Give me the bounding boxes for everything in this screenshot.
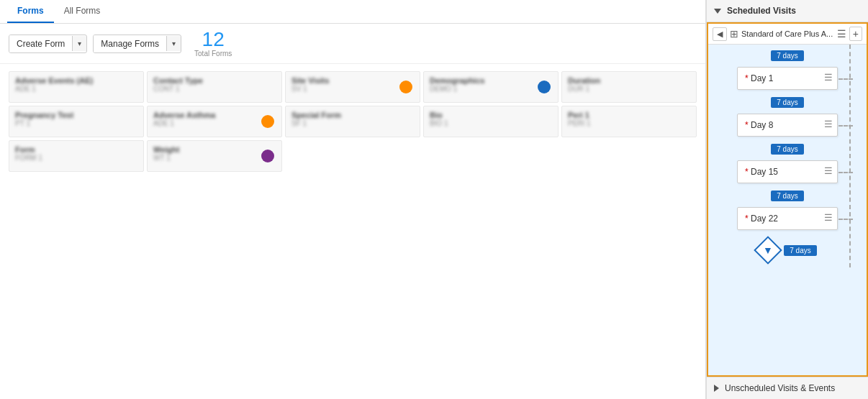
form-cell[interactable]: Adverse Events (AE) ADE 1 — [9, 71, 144, 103]
visit-card-day1[interactable]: ☰ * Day 1 — [737, 67, 838, 90]
form-name: Bio — [430, 111, 552, 119]
scheduled-visits-title: Scheduled Visits — [727, 6, 796, 16]
form-sub: WT 1 — [153, 154, 276, 162]
form-cell[interactable]: Demographics DEMO 1 — [423, 71, 559, 103]
toolbar: Create Form ▾ Manage Forms ▾ 12 Total Fo… — [0, 24, 705, 64]
status-dot-orange2 — [261, 115, 274, 128]
form-sub: SF 1 — [291, 119, 414, 127]
form-name: Special Form — [291, 111, 414, 119]
visit-card-menu-icon[interactable]: ☰ — [824, 165, 833, 176]
schedule-content: ◀ ◀ ⊞ Standard of Care Plus A... ☰ + 7 d… — [707, 22, 868, 377]
form-cell[interactable]: Duration DUR 1 — [561, 71, 697, 103]
schedule-back-button[interactable]: ◀ — [713, 27, 727, 41]
status-dot-orange — [399, 81, 412, 93]
form-sub: FORM 1 — [15, 154, 137, 162]
schedule-menu-icon[interactable]: ☰ — [837, 28, 846, 40]
left-panel: Forms All Forms Create Form ▾ Manage For… — [0, 0, 706, 399]
visit-card-menu-icon[interactable]: ☰ — [824, 212, 833, 223]
visit-card-menu-icon[interactable]: ☰ — [824, 119, 833, 129]
schedule-inner-header: ◀ ⊞ Standard of Care Plus A... ☰ + — [708, 24, 867, 45]
visit-card-title: * Day 1 — [745, 73, 830, 83]
form-cell[interactable]: Adverse Asthma ADE 1 — [147, 106, 282, 137]
form-cell[interactable]: Site Visits SV 1 — [285, 71, 420, 103]
form-name: Weight — [153, 145, 276, 154]
forms-row: Form FORM 1 Weight WT 1 — [9, 140, 697, 172]
form-sub: BIO 1 — [430, 119, 552, 127]
form-cell[interactable]: Peri 1 PERI 1 — [561, 106, 697, 137]
form-cell[interactable]: Form FORM 1 — [9, 140, 144, 172]
form-name: Adverse Asthma — [153, 111, 276, 119]
expand-triangle-icon — [714, 385, 719, 392]
form-cell[interactable]: Bio BIO 1 — [423, 106, 559, 137]
form-name: Peri 1 — [568, 111, 690, 119]
form-sub: CONT 1 — [153, 85, 276, 93]
form-sub: ADE 1 — [153, 119, 276, 127]
collapse-panel-button[interactable]: ◀ — [707, 187, 708, 213]
form-sub: DEMO 1 — [430, 85, 552, 93]
tab-all-forms[interactable]: All Forms — [54, 0, 111, 23]
form-cell[interactable]: Weight WT 1 — [147, 140, 282, 172]
visit-card-title: * Day 22 — [745, 214, 830, 224]
form-name: Form — [15, 145, 137, 154]
form-name: Contact Type — [153, 76, 276, 85]
days-badge: 7 days — [771, 97, 803, 108]
days-badge-top: 7 days — [771, 50, 803, 61]
form-sub: DUR 1 — [568, 85, 690, 93]
visit-card-title: * Day 15 — [745, 167, 830, 177]
create-form-btn-group: Create Form ▾ — [9, 35, 87, 53]
forms-row: Adverse Events (AE) ADE 1 Contact Type C… — [9, 71, 697, 103]
visit-card-day22[interactable]: ☰ * Day 22 — [737, 207, 838, 230]
create-form-button[interactable]: Create Form — [9, 35, 72, 52]
arrow-down-icon: ▼ — [763, 244, 773, 256]
manage-forms-button[interactable]: Manage Forms — [94, 35, 166, 52]
visit-card-day15[interactable]: ☰ * Day 15 — [737, 160, 838, 183]
right-panel: Scheduled Visits ◀ ◀ ⊞ Standard of Care … — [706, 0, 868, 399]
manage-forms-dropdown-button[interactable]: ▾ — [166, 36, 181, 51]
form-cell[interactable]: Special Form SF 1 — [285, 106, 420, 137]
required-asterisk: * — [745, 120, 749, 130]
visit-card-menu-icon[interactable]: ☰ — [824, 72, 833, 83]
visit-card-title: * Day 8 — [745, 120, 830, 130]
form-name: Duration — [568, 76, 690, 85]
form-cell[interactable]: Contact Type CONT 1 — [147, 71, 282, 103]
form-cell-empty — [285, 140, 420, 172]
schedule-grid-icon: ⊞ — [730, 28, 738, 40]
forms-grid: Adverse Events (AE) ADE 1 Contact Type C… — [0, 64, 705, 399]
visit-flow: 7 days ☰ * Day 1 7 days ☰ * Day 8 — [708, 45, 867, 267]
collapse-triangle-icon — [714, 9, 721, 14]
form-sub: PT 1 — [15, 119, 137, 127]
form-sub: PERI 1 — [568, 119, 690, 127]
schedule-add-button[interactable]: + — [849, 27, 862, 41]
status-dot-blue — [538, 81, 551, 93]
form-sub: SV 1 — [291, 85, 414, 93]
required-asterisk: * — [745, 73, 749, 83]
create-form-dropdown-button[interactable]: ▾ — [72, 36, 86, 51]
status-dot-purple — [261, 150, 274, 162]
flow-decision-node: ▼ 7 days — [758, 240, 816, 260]
manage-forms-btn-group: Manage Forms ▾ — [93, 35, 181, 53]
days-badge-bottom: 7 days — [784, 245, 816, 256]
days-badge: 7 days — [771, 144, 803, 155]
diamond-shape: ▼ — [754, 236, 782, 265]
form-cell[interactable]: Pregnancy Test PT 1 — [9, 106, 144, 137]
unscheduled-visits-footer[interactable]: Unscheduled Visits & Events — [707, 377, 868, 399]
required-asterisk: * — [745, 214, 749, 224]
unscheduled-visits-title: Unscheduled Visits & Events — [725, 383, 835, 393]
form-name: Adverse Events (AE) — [15, 76, 137, 85]
tabs-bar: Forms All Forms — [0, 0, 705, 24]
schedule-title: Standard of Care Plus A... — [741, 29, 834, 38]
scheduled-visits-header: Scheduled Visits — [707, 0, 868, 22]
form-name: Demographics — [430, 76, 552, 85]
required-asterisk: * — [745, 167, 749, 177]
visit-card-day8[interactable]: ☰ * Day 8 — [737, 114, 838, 137]
days-badge: 7 days — [771, 191, 803, 201]
form-cell-empty — [561, 140, 697, 172]
form-name: Pregnancy Test — [15, 111, 137, 119]
tab-forms[interactable]: Forms — [7, 0, 54, 23]
form-name: Site Visits — [291, 76, 414, 85]
form-sub: ADE 1 — [15, 85, 137, 93]
forms-row: Pregnancy Test PT 1 Adverse Asthma ADE 1… — [9, 106, 697, 137]
total-forms-display: 12 Total Forms — [194, 29, 232, 58]
total-forms-label: Total Forms — [194, 50, 232, 58]
total-forms-count: 12 — [202, 29, 225, 50]
